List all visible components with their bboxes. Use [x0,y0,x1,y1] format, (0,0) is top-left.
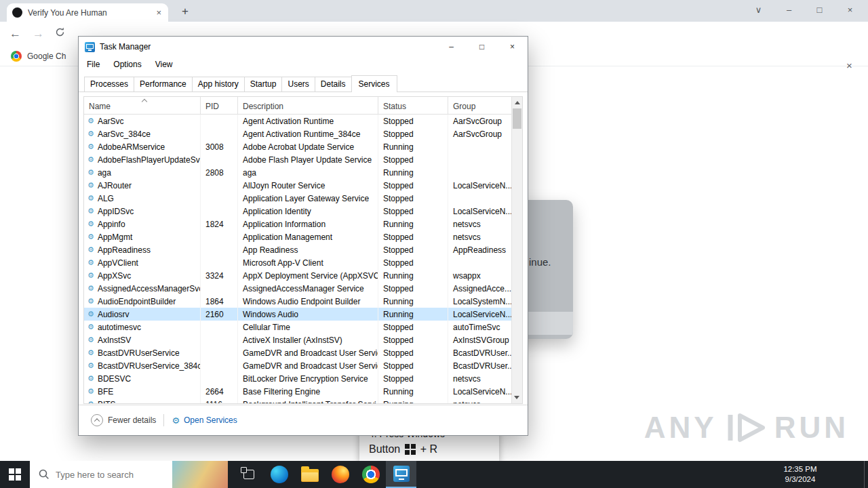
menu-options[interactable]: Options [106,60,148,69]
service-row-appmgmt[interactable]: ⚙AppMgmtApplication ManagementStoppednet… [84,230,511,243]
service-row-bits[interactable]: ⚙BITS1116Background Intelligent Transfer… [84,398,511,403]
task-view-button[interactable] [233,461,264,488]
service-pid [201,359,238,372]
browser-maximize-button[interactable]: □ [804,0,835,20]
service-row-audiosrv[interactable]: ⚙Audiosrv2160Windows AudioRunningLocalSe… [84,308,511,321]
service-row-alg[interactable]: ⚙ALGApplication Layer Gateway ServiceSto… [84,192,511,205]
tab-app-history[interactable]: App history [192,77,245,92]
service-row-adobeflashplayerupdatesvc[interactable]: ⚙AdobeFlashPlayerUpdateSvcAdobe Flash Pl… [84,153,511,166]
service-row-audioendpointbuilder[interactable]: ⚙AudioEndpointBuilder1864Windows Audio E… [84,295,511,308]
tab-users[interactable]: Users [281,77,315,92]
column-header-description[interactable]: Description [238,97,378,114]
task-manager-titlebar[interactable]: Task Manager – □ × [79,37,528,57]
service-gear-icon: ⚙ [87,155,94,164]
service-name: ⚙AssignedAccessManagerSvc [84,282,201,295]
browser-tab[interactable]: Verify You Are Human × [7,3,168,22]
service-name: ⚙AppMgmt [84,230,201,243]
service-row-bdesvc[interactable]: ⚙BDESVCBitLocker Drive Encryption Servic… [84,372,511,385]
chrome-button[interactable] [355,461,386,488]
service-name: ⚙BcastDVRUserService [84,346,201,359]
browser-close-button[interactable]: × [835,0,865,20]
tab-services[interactable]: Services [351,75,397,92]
service-row-appvclient[interactable]: ⚙AppVClientMicrosoft App-V ClientStopped [84,256,511,269]
fewer-details-button[interactable]: Fewer details [108,415,156,425]
show-desktop-button[interactable] [864,461,868,488]
service-pid [201,333,238,346]
service-row-aga[interactable]: ⚙aga2808agaRunning [84,166,511,179]
task-manager-button[interactable] [386,461,416,488]
browser-dropdown-icon[interactable]: ∨ [743,0,774,20]
task-manager-app-icon [85,42,95,52]
scrollbar-thumb[interactable] [513,108,521,129]
tab-close-icon[interactable]: × [155,7,163,18]
service-name: ⚙aga [84,166,201,179]
page-close-icon[interactable]: × [846,60,852,71]
service-gear-icon: ⚙ [87,117,94,125]
taskbar-clock[interactable]: 12:35 PM 9/3/2024 [772,464,829,485]
file-explorer-button[interactable] [294,461,325,488]
new-tab-button[interactable]: + [178,4,193,19]
back-icon[interactable]: ← [9,27,21,41]
service-gear-icon: ⚙ [87,323,94,331]
menu-file[interactable]: File [80,60,106,69]
service-pid: 3324 [201,269,238,282]
service-group [448,256,511,269]
tab-startup[interactable]: Startup [244,77,283,92]
service-row-aarsvc-384ce[interactable]: ⚙AarSvc_384ceAgent Activation Runtime_38… [84,127,511,140]
service-row-autotimesvc[interactable]: ⚙autotimesvcCellular TimeStoppedautoTime… [84,321,511,333]
service-row-bcastdvruserservice[interactable]: ⚙BcastDVRUserServiceGameDVR and Broadcas… [84,346,511,359]
service-gear-icon: ⚙ [87,400,94,403]
forward-icon[interactable]: → [33,27,44,41]
service-name: ⚙AJRouter [84,179,201,192]
service-row-axinstsv[interactable]: ⚙AxInstSVActiveX Installer (AxInstSV)Sto… [84,333,511,346]
service-status: Running [378,398,448,403]
taskbar-search[interactable] [30,461,228,488]
service-description: ActiveX Installer (AxInstSV) [238,333,378,346]
scroll-up-icon[interactable] [515,101,520,104]
scroll-down-icon[interactable] [514,396,519,399]
service-row-adobearmservice[interactable]: ⚙AdobeARMservice3008Adobe Acrobat Update… [84,140,511,153]
service-row-aarsvc[interactable]: ⚙AarSvcAgent Activation RuntimeStoppedAa… [84,115,511,127]
bookmark-item[interactable]: Google Ch [27,52,66,61]
column-header-pid[interactable]: PID [201,97,238,114]
column-header-group[interactable]: Group [448,97,513,114]
column-header-name[interactable]: Name [84,97,201,114]
close-button[interactable]: × [497,37,528,57]
service-row-appinfo[interactable]: ⚙Appinfo1824Application InformationRunni… [84,218,511,230]
service-pid: 2808 [201,166,238,179]
service-row-ajrouter[interactable]: ⚙AJRouterAllJoyn Router ServiceStoppedLo… [84,179,511,192]
service-status: Stopped [378,256,448,269]
service-row-appreadiness[interactable]: ⚙AppReadinessApp ReadinessStoppedAppRead… [84,243,511,256]
column-header-status[interactable]: Status [378,97,448,114]
service-row-appidsvc[interactable]: ⚙AppIDSvcApplication IdentityStoppedLoca… [84,205,511,218]
service-row-bcastdvruserservice-384ce[interactable]: ⚙BcastDVRUserService_384ceGameDVR and Br… [84,359,511,372]
tab-performance[interactable]: Performance [134,77,193,92]
open-services-link[interactable]: ⚙ Open Services [172,415,237,426]
start-button[interactable] [0,461,30,488]
service-description: BitLocker Drive Encryption Service [238,372,378,385]
footer-divider [163,414,164,426]
firefox-button[interactable] [325,461,355,488]
service-row-appxsvc[interactable]: ⚙AppXSvc3324AppX Deployment Service (App… [84,269,511,282]
tab-favicon-icon [12,7,22,18]
maximize-button[interactable]: □ [467,37,497,57]
refresh-icon[interactable] [54,26,66,38]
service-group: AppReadiness [448,243,511,256]
browser-window-controls: ∨ – □ × [743,0,865,20]
vertical-scrollbar[interactable] [511,97,522,403]
browser-minimize-button[interactable]: – [774,0,804,20]
service-row-assignedaccessmanagersvc[interactable]: ⚙AssignedAccessManagerSvcAssignedAccessM… [84,282,511,295]
edge-button[interactable] [264,461,294,488]
search-highlight-image[interactable] [172,461,228,488]
service-description: AllJoyn Router Service [238,179,378,192]
service-group: AarSvcGroup [448,115,511,127]
service-row-bfe[interactable]: ⚙BFE2664Base Filtering EngineRunningLoca… [84,385,511,398]
menu-view[interactable]: View [149,60,180,69]
service-status: Stopped [378,192,448,205]
anyrun-logo-icon [724,411,768,444]
tab-processes[interactable]: Processes [84,77,134,92]
minimize-button[interactable]: – [436,37,467,57]
service-gear-icon: ⚙ [87,245,94,254]
tab-details[interactable]: Details [315,77,352,92]
service-pid [201,243,238,256]
